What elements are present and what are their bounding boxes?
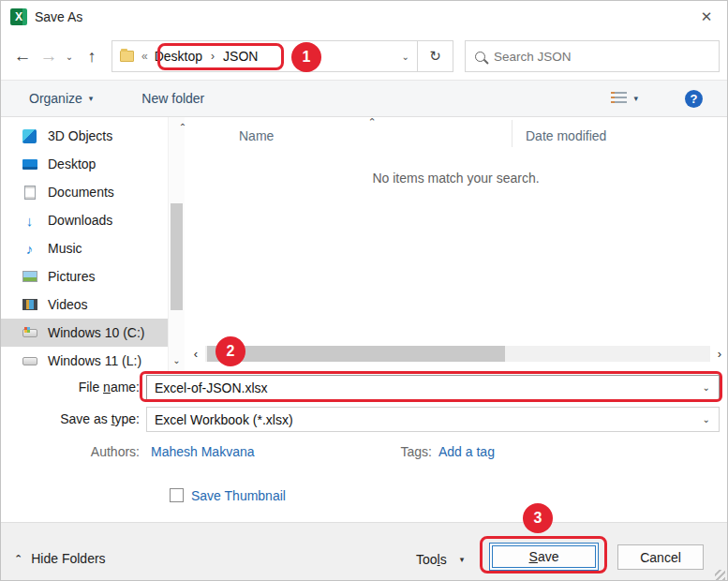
column-header-date-modified[interactable]: Date modified	[526, 128, 606, 143]
hide-folders-label: Hide Folders	[31, 551, 105, 566]
command-toolbar: Organize ▾ New folder ▾ ?	[1, 80, 727, 117]
dropdown-caret-icon: ▾	[460, 555, 465, 564]
save-options-area: File name: ⌄ Save as type: Excel Workboo…	[1, 371, 727, 522]
scroll-left-icon[interactable]: ‹	[188, 347, 203, 361]
new-folder-button[interactable]: New folder	[141, 91, 204, 106]
sidebar-scrollbar-thumb[interactable]	[171, 203, 183, 310]
downloads-icon: ↓	[22, 213, 37, 229]
details-view-icon	[611, 92, 627, 105]
music-icon: ♪	[22, 241, 37, 257]
search-box[interactable]	[465, 40, 720, 72]
chevron-down-icon[interactable]: ⌄	[703, 414, 719, 425]
file-name-combobox[interactable]: ⌄	[146, 375, 720, 400]
excel-app-icon: X	[10, 8, 27, 25]
authors-value-link[interactable]: Mahesh Makvana	[151, 444, 255, 459]
resize-grip[interactable]	[715, 570, 725, 580]
dropdown-caret-icon: ▾	[633, 94, 638, 103]
organize-button[interactable]: Organize ▾	[29, 91, 93, 106]
refresh-button[interactable]: ↻	[418, 40, 453, 72]
cancel-button-label: Cancel	[640, 550, 681, 565]
breadcrumb-desktop[interactable]: Desktop	[155, 49, 202, 64]
save-button-label: Save	[529, 549, 559, 564]
chevron-down-icon[interactable]: ⌄	[703, 382, 719, 393]
toolbar-right-group: ▾ ?	[611, 90, 714, 108]
desktop-icon	[22, 156, 37, 172]
hide-folders-button[interactable]: ⌃ Hide Folders	[14, 551, 106, 566]
scroll-right-icon[interactable]: ›	[712, 347, 727, 361]
close-icon: ✕	[701, 8, 713, 25]
sidebar-item-label: Windows 11 (L:)	[48, 353, 141, 368]
3d-objects-icon	[22, 128, 37, 144]
save-as-dialog: X Save As ✕ ← → ⌄ ↑ « Desktop › JSON ⌄ ↻…	[0, 0, 728, 581]
sidebar-item-pictures[interactable]: Pictures	[1, 262, 168, 290]
save-button[interactable]: Save	[489, 543, 599, 571]
dropdown-caret-icon: ▾	[89, 94, 94, 103]
navigation-pane: 3D Objects Desktop Documents ↓ Downloads…	[1, 117, 168, 371]
address-dropdown-chevron-icon[interactable]: ⌄	[402, 52, 409, 62]
sidebar-item-music[interactable]: ♪ Music	[1, 234, 168, 262]
sidebar-item-label: Desktop	[48, 156, 96, 171]
back-icon: ←	[14, 46, 32, 67]
sidebar-item-label: Videos	[48, 297, 88, 312]
file-list: ⌃ Name Date modified No items match your…	[185, 117, 727, 371]
title-bar: X Save As ✕	[1, 1, 727, 33]
address-bar[interactable]: « Desktop › JSON ⌄	[111, 40, 418, 72]
videos-icon	[22, 297, 37, 313]
horizontal-scrollbar[interactable]: ‹ ›	[188, 342, 727, 365]
sidebar-item-videos[interactable]: Videos	[1, 290, 168, 319]
recent-locations-button[interactable]: ⌄	[61, 52, 78, 62]
window-title: Save As	[35, 9, 82, 24]
tools-label: Tools	[416, 552, 447, 567]
sidebar-scrollbar[interactable]: ⌃ ⌄	[168, 117, 185, 371]
save-as-type-combobox[interactable]: Excel Workbook (*.xlsx) ⌄	[146, 407, 720, 432]
close-button[interactable]: ✕	[686, 1, 727, 33]
tools-button[interactable]: Tools ▾	[416, 552, 464, 567]
sidebar-item-label: Downloads	[48, 213, 112, 228]
sidebar-item-label: 3D Objects	[48, 128, 112, 143]
cancel-button[interactable]: Cancel	[617, 544, 704, 570]
chevron-down-icon: ⌄	[66, 52, 73, 62]
horizontal-scrollbar-track[interactable]	[205, 346, 710, 362]
sidebar-item-3d-objects[interactable]: 3D Objects	[1, 122, 168, 150]
drive-icon	[22, 325, 37, 341]
forward-icon: →	[40, 46, 58, 67]
save-thumbnail-checkbox[interactable]	[170, 488, 184, 502]
forward-button[interactable]: →	[37, 46, 61, 67]
column-divider	[512, 120, 513, 147]
chevron-up-icon: ⌃	[14, 553, 22, 565]
help-icon: ?	[691, 92, 698, 106]
save-thumbnail-label[interactable]: Save Thumbnail	[191, 488, 286, 503]
pictures-icon	[22, 269, 37, 285]
scroll-down-icon[interactable]: ⌄	[169, 355, 185, 365]
sidebar-item-windows-11-l[interactable]: Windows 11 (L:)	[1, 347, 168, 371]
up-button[interactable]: ↑	[78, 47, 106, 67]
file-name-input[interactable]	[147, 380, 703, 395]
search-input[interactable]	[494, 50, 709, 64]
sidebar-item-label: Documents	[48, 185, 114, 200]
horizontal-scrollbar-thumb[interactable]	[207, 346, 505, 362]
content-area: 3D Objects Desktop Documents ↓ Downloads…	[1, 117, 727, 371]
help-button[interactable]: ?	[685, 90, 703, 108]
up-icon: ↑	[88, 47, 97, 67]
change-view-button[interactable]: ▾	[611, 92, 638, 105]
save-as-type-label: Save as type:	[1, 411, 140, 426]
empty-list-message: No items match your search.	[185, 171, 727, 186]
sidebar-item-desktop[interactable]: Desktop	[1, 150, 168, 178]
sidebar-item-documents[interactable]: Documents	[1, 178, 168, 206]
back-button[interactable]: ←	[8, 46, 37, 67]
add-tag-link[interactable]: Add a tag	[438, 444, 495, 459]
organize-label: Organize	[29, 91, 82, 106]
authors-label: Authors:	[1, 444, 140, 459]
folder-icon	[120, 51, 134, 62]
save-as-type-value: Excel Workbook (*.xlsx)	[147, 412, 293, 427]
breadcrumb-json[interactable]: JSON	[223, 49, 258, 64]
breadcrumb-collapse-icon[interactable]: «	[141, 50, 148, 63]
file-name-label: File name:	[1, 380, 140, 395]
sidebar-item-windows-10-c[interactable]: Windows 10 (C:)	[1, 319, 168, 347]
sidebar-item-downloads[interactable]: ↓ Downloads	[1, 206, 168, 234]
footer-bar: ⌃ Hide Folders Tools ▾ Save Cancel	[1, 522, 727, 581]
column-header-name[interactable]: Name	[239, 128, 274, 143]
sort-ascending-icon[interactable]: ⌃	[365, 117, 379, 128]
sidebar-item-label: Music	[48, 241, 82, 256]
tags-label: Tags:	[293, 444, 432, 459]
